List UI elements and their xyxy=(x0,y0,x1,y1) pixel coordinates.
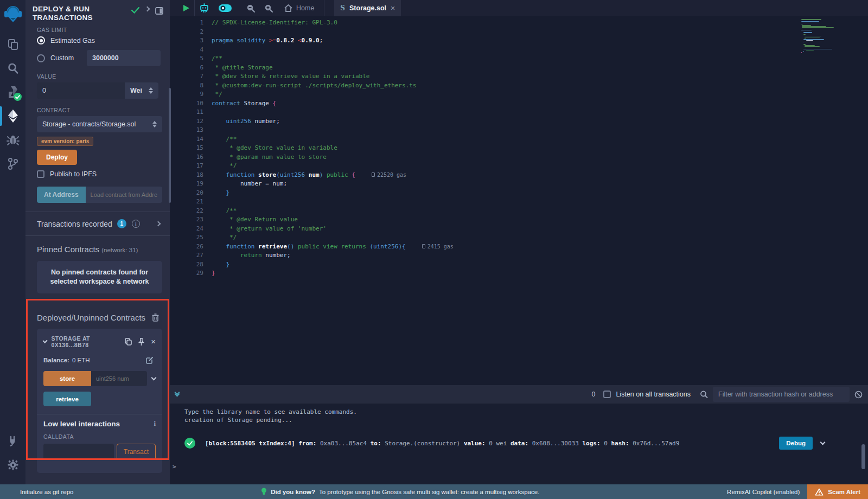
ai-copilot-button[interactable] xyxy=(195,0,214,16)
tab-storage-sol[interactable]: S Storage.sol × xyxy=(334,0,401,16)
tab-close-icon[interactable]: × xyxy=(391,4,395,12)
sidebar-item-file-explorer[interactable] xyxy=(0,33,25,56)
line-number[interactable]: 27 xyxy=(170,251,203,260)
line-number[interactable]: 2 xyxy=(170,28,203,37)
panel-expand-icon[interactable] xyxy=(145,7,150,12)
line-number[interactable]: 1 xyxy=(170,18,203,28)
line-number[interactable]: 23 xyxy=(170,215,203,225)
clear-filter-icon[interactable] xyxy=(854,391,863,399)
terminal-prompt[interactable]: > xyxy=(173,463,176,470)
custom-gas-input[interactable] xyxy=(87,50,161,66)
instance-collapse-icon[interactable] xyxy=(42,338,48,344)
zoom-in-button[interactable] xyxy=(260,0,278,16)
transactions-recorded-row[interactable]: Transactions recorded 1 i xyxy=(37,212,162,235)
ai-copilot-toggle[interactable] xyxy=(214,0,237,16)
minimap-line xyxy=(803,34,805,35)
line-number[interactable]: 8 xyxy=(170,81,203,91)
terminal-tx-count: 0 xyxy=(591,391,595,398)
line-number[interactable]: 18 xyxy=(170,171,203,180)
tx-expand-icon[interactable] xyxy=(820,439,826,445)
at-address-button[interactable]: At Address xyxy=(37,187,86,203)
code-line: */ xyxy=(212,90,797,99)
estimated-gas-radio[interactable] xyxy=(37,36,45,44)
sidebar-item-search[interactable] xyxy=(0,56,25,80)
transact-button[interactable]: Transact xyxy=(117,444,156,460)
line-number[interactable]: 17 xyxy=(170,162,203,171)
home-button[interactable]: Home xyxy=(278,4,321,12)
trash-icon[interactable] xyxy=(152,314,159,322)
terminal-scrollbar[interactable] xyxy=(861,444,865,469)
sidebar-item-debugger[interactable] xyxy=(0,128,25,152)
line-number[interactable]: 9 xyxy=(170,90,203,99)
store-arg-input[interactable] xyxy=(91,371,147,386)
line-number[interactable]: 15 xyxy=(170,144,203,153)
line-number[interactable]: 3 xyxy=(170,36,203,46)
line-number[interactable]: 7 xyxy=(170,72,203,81)
sidebar-item-solidity-compiler[interactable] xyxy=(0,80,25,104)
edit-balance-icon[interactable] xyxy=(146,356,154,364)
line-number[interactable]: 20 xyxy=(170,189,203,198)
sidebar-item-plugin-manager[interactable] xyxy=(0,429,25,453)
store-expand-icon[interactable] xyxy=(151,375,157,380)
line-number[interactable]: 4 xyxy=(170,46,203,55)
sidepanel-scrollbar[interactable] xyxy=(169,88,171,203)
line-number[interactable]: 26 xyxy=(170,242,203,252)
line-number[interactable]: 16 xyxy=(170,153,203,162)
line-number[interactable]: 12 xyxy=(170,117,203,126)
terminal-body[interactable]: Type the library name to see available c… xyxy=(170,404,868,484)
line-number[interactable]: 14 xyxy=(170,135,203,144)
line-number[interactable]: 11 xyxy=(170,108,203,117)
line-number[interactable]: 13 xyxy=(170,126,203,135)
balance-label: Balance: xyxy=(43,357,69,363)
value-label: VALUE xyxy=(37,73,162,80)
editor-minimap[interactable] xyxy=(801,18,839,53)
calldata-input[interactable] xyxy=(43,444,114,460)
value-input[interactable] xyxy=(37,82,125,99)
sidebar-item-deploy-and-run[interactable] xyxy=(0,104,25,128)
low-level-info-icon[interactable]: i xyxy=(154,419,156,428)
custom-gas-radio[interactable] xyxy=(37,54,45,62)
listen-all-checkbox[interactable] xyxy=(603,391,611,398)
zoom-out-button[interactable] xyxy=(242,0,260,16)
info-icon[interactable]: i xyxy=(132,220,140,228)
contract-selected: Storage - contracts/Storage.sol xyxy=(42,120,136,128)
line-number[interactable]: 10 xyxy=(170,99,203,108)
terminal-collapse-icon[interactable] xyxy=(175,393,179,396)
code-editor[interactable]: 1234567891011121314151617181920212223242… xyxy=(170,16,868,385)
sidebar-item-settings[interactable] xyxy=(0,453,25,477)
terminal-filter-input[interactable] xyxy=(713,387,850,402)
remove-instance-icon[interactable]: × xyxy=(151,339,156,344)
copy-address-icon[interactable] xyxy=(125,338,132,346)
editor-toolbar: Home S Storage.sol × xyxy=(170,0,868,16)
deploy-button[interactable]: Deploy xyxy=(37,150,77,165)
line-number[interactable]: 28 xyxy=(170,260,203,270)
line-number[interactable]: 22 xyxy=(170,207,203,216)
retrieve-button[interactable]: retrieve xyxy=(43,392,91,406)
pin-instance-icon[interactable] xyxy=(138,338,145,346)
pin-panel-icon[interactable] xyxy=(155,7,163,15)
line-number[interactable]: 6 xyxy=(170,63,203,73)
terminal-tx-row[interactable]: [block:5583405 txIndex:4] from: 0xa03...… xyxy=(184,437,868,450)
remix-logo-icon[interactable] xyxy=(4,4,22,24)
store-button[interactable]: store xyxy=(43,371,91,386)
line-number[interactable]: 24 xyxy=(170,225,203,234)
scam-alert-button[interactable]: Scam Alert xyxy=(807,484,868,499)
code-line: // SPDX-License-Identifier: GPL-3.0 xyxy=(212,18,797,28)
contract-select[interactable]: Storage - contracts/Storage.sol xyxy=(37,116,162,132)
debug-button[interactable]: Debug xyxy=(779,437,813,450)
line-number[interactable]: 21 xyxy=(170,197,203,207)
tx-recorded-expand-icon[interactable] xyxy=(156,221,161,227)
line-number[interactable]: 19 xyxy=(170,180,203,189)
line-number[interactable]: 25 xyxy=(170,233,203,242)
run-script-button[interactable] xyxy=(170,0,194,16)
sidebar-item-git[interactable] xyxy=(0,152,25,176)
copilot-status[interactable]: RemixAI Copilot (enabled) xyxy=(727,489,807,495)
publish-ipfs-label: Publish to IPFS xyxy=(50,170,97,178)
scam-alert-label: Scam Alert xyxy=(828,489,860,495)
git-init-button[interactable]: Initialize as git repo xyxy=(0,489,73,495)
line-number[interactable]: 5 xyxy=(170,54,203,63)
line-number[interactable]: 29 xyxy=(170,269,203,278)
publish-ipfs-checkbox[interactable] xyxy=(37,170,44,178)
at-address-input[interactable] xyxy=(86,187,162,203)
value-unit-select[interactable]: Wei xyxy=(125,82,158,99)
